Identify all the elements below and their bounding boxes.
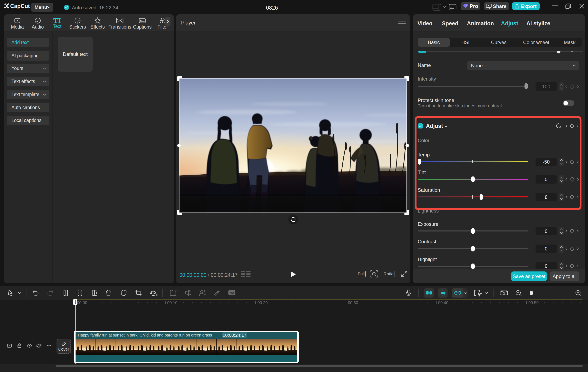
svg-text:HD: HD xyxy=(230,291,234,294)
